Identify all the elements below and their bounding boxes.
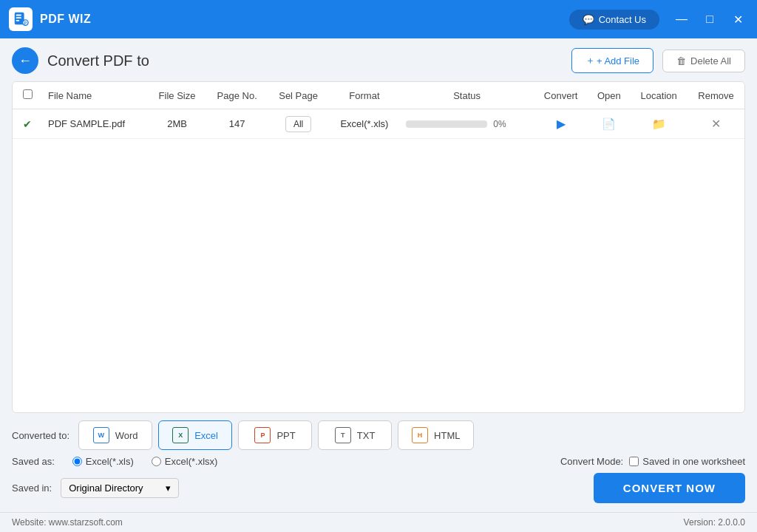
file-table: File Name File Size Page No. Sel Page Fo… bbox=[12, 81, 745, 413]
txt-icon: T bbox=[335, 427, 351, 443]
format-html-button[interactable]: H HTML bbox=[398, 420, 474, 450]
back-button[interactable]: ← bbox=[12, 47, 38, 74]
footer-website: Website: www.starzsoft.com bbox=[12, 517, 123, 528]
delete-all-button[interactable]: 🗑 Delete All bbox=[662, 50, 745, 72]
excel-icon: X bbox=[172, 427, 189, 443]
contact-us-button[interactable]: 💬 Contact Us bbox=[569, 10, 659, 30]
row-filename: PDF SAMPLE.pdf bbox=[42, 109, 148, 139]
maximize-button[interactable]: □ bbox=[699, 9, 720, 30]
titlebar: P PDF WIZ 💬 Contact Us — □ ✕ bbox=[0, 0, 757, 38]
trash-icon: 🗑 bbox=[676, 55, 686, 66]
save-as-xls-option[interactable]: Excel(*.xls) bbox=[72, 456, 134, 467]
save-as-xlsx-radio[interactable] bbox=[152, 457, 161, 466]
page-title: Convert PDF to bbox=[47, 52, 563, 69]
col-open: Open bbox=[588, 82, 630, 109]
col-pageno: Page No. bbox=[206, 82, 268, 109]
col-format: Format bbox=[329, 82, 401, 109]
format-excel-button[interactable]: X Excel bbox=[158, 420, 232, 450]
col-remove: Remove bbox=[688, 82, 744, 109]
saved-as-label: Saved as: bbox=[12, 456, 55, 467]
saved-in-row: Saved in: Original Directory ▾ CONVERT N… bbox=[12, 473, 745, 503]
row-open-button[interactable]: 📄 bbox=[602, 117, 616, 131]
directory-value: Original Directory bbox=[69, 482, 143, 494]
convert-mode-checkbox[interactable] bbox=[629, 457, 639, 466]
convert-mode-section: Convert Mode: Saved in one worksheet bbox=[560, 456, 745, 467]
svg-rect-1 bbox=[16, 15, 21, 16]
row-remove-button[interactable]: ✕ bbox=[711, 117, 721, 131]
row-location-button[interactable]: 📁 bbox=[652, 117, 666, 131]
html-icon: H bbox=[412, 427, 428, 443]
app-title: PDF WIZ bbox=[40, 13, 569, 26]
footer: Website: www.starzsoft.com Version: 2.0.… bbox=[0, 512, 757, 532]
row-selpage[interactable]: All bbox=[285, 116, 311, 132]
row-pageno: 147 bbox=[206, 109, 268, 139]
save-options-row: Saved as: Excel(*.xls) Excel(*.xlsx) Con… bbox=[12, 456, 745, 467]
row-filesize: 2MB bbox=[148, 109, 206, 139]
format-word-button[interactable]: W Word bbox=[78, 420, 152, 450]
select-all-checkbox[interactable] bbox=[23, 89, 33, 99]
col-filesize: File Size bbox=[148, 82, 206, 109]
col-location: Location bbox=[630, 82, 688, 109]
contact-icon: 💬 bbox=[583, 14, 594, 25]
row-checkbox[interactable]: ✔ bbox=[23, 118, 32, 130]
main-content: ← Convert PDF to ＋ + Add File 🗑 Delete A… bbox=[0, 38, 757, 512]
save-as-xlsx-option[interactable]: Excel(*.xlsx) bbox=[152, 456, 218, 467]
directory-dropdown[interactable]: Original Directory ▾ bbox=[61, 478, 179, 498]
svg-rect-3 bbox=[16, 20, 20, 21]
progress-pct: 0% bbox=[493, 119, 506, 129]
col-convert: Convert bbox=[534, 82, 588, 109]
word-icon: W bbox=[93, 427, 109, 443]
col-selpage: Sel Page bbox=[268, 82, 329, 109]
format-ppt-button[interactable]: P PPT bbox=[238, 420, 312, 450]
row-status: 0% bbox=[406, 119, 528, 129]
chevron-down-icon: ▾ bbox=[166, 482, 171, 494]
app-logo: P bbox=[9, 7, 33, 31]
saved-in-label: Saved in: bbox=[12, 482, 52, 494]
table-row: ✔ PDF SAMPLE.pdf 2MB 147 All Excel(*.xls… bbox=[13, 109, 744, 139]
add-file-button[interactable]: ＋ + Add File bbox=[571, 48, 654, 73]
add-icon: ＋ bbox=[585, 54, 595, 67]
col-filename: File Name bbox=[42, 82, 148, 109]
row-convert-button[interactable]: ▶ bbox=[557, 117, 566, 131]
format-txt-button[interactable]: T TXT bbox=[318, 420, 392, 450]
row-format: Excel(*.xls) bbox=[329, 109, 401, 139]
footer-version: Version: 2.0.0.0 bbox=[684, 517, 745, 528]
window-controls: — □ ✕ bbox=[671, 9, 748, 30]
header-row: ← Convert PDF to ＋ + Add File 🗑 Delete A… bbox=[12, 47, 745, 74]
svg-text:P: P bbox=[24, 21, 27, 25]
save-as-xls-radio[interactable] bbox=[72, 457, 82, 466]
ppt-icon: P bbox=[254, 427, 271, 443]
convert-mode-label: Convert Mode: bbox=[560, 456, 623, 467]
format-row: Converted to: W Word X Excel P PPT T TXT… bbox=[12, 420, 745, 450]
close-button[interactable]: ✕ bbox=[727, 9, 748, 30]
convert-now-button[interactable]: CONVERT NOW bbox=[594, 473, 745, 503]
converted-to-label: Converted to: bbox=[12, 430, 69, 441]
convert-mode-checkbox-option[interactable]: Saved in one worksheet bbox=[629, 456, 745, 467]
svg-rect-2 bbox=[16, 17, 21, 18]
progress-bar-bg bbox=[406, 120, 487, 128]
bottom-section: Converted to: W Word X Excel P PPT T TXT… bbox=[12, 420, 745, 503]
minimize-button[interactable]: — bbox=[671, 9, 692, 30]
col-status: Status bbox=[400, 82, 534, 109]
